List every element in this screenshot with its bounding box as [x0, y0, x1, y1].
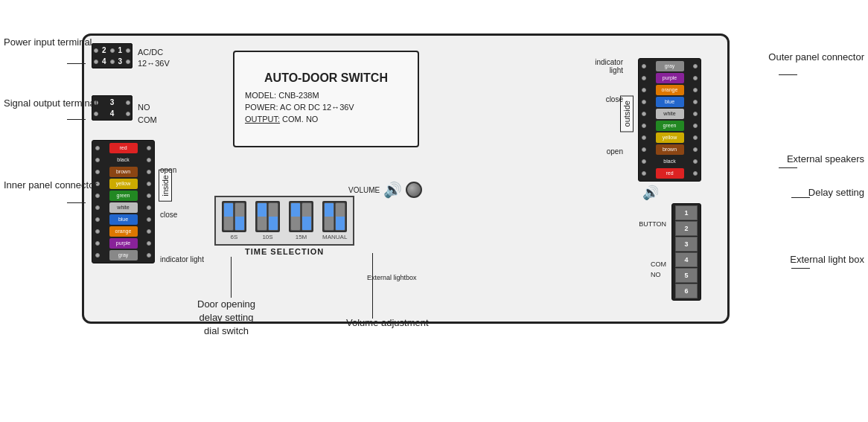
dip-label-10s: 10S	[262, 234, 272, 240]
diagram-container: 2 1 4 3 AC/DC 12↔36V 3	[0, 0, 868, 422]
annotation-delay-setting: Delay setting	[808, 186, 864, 199]
line-external-speakers	[779, 167, 797, 168]
button-label: BUTTON	[639, 220, 666, 228]
dip-switches-15m	[289, 201, 313, 232]
inner-color-row-green: green	[95, 191, 151, 201]
outer-panel-strip: gray purple orange blue white	[638, 58, 701, 182]
line-power	[67, 63, 86, 64]
ac-dc-label: AC/DC 12↔36V	[138, 47, 170, 70]
dip-sw-1[interactable]	[223, 202, 234, 231]
terminal-num-1: 1	[118, 46, 122, 54]
device-board: 2 1 4 3 AC/DC 12↔36V 3	[82, 33, 730, 324]
annotation-outer-text: Outer panel connector	[768, 51, 864, 64]
annotation-signal-output: Signal output terminal	[4, 97, 98, 110]
dip-sw-5[interactable]	[290, 202, 301, 231]
open-label-right: open	[607, 147, 623, 156]
signal-terminal-block: 3 4	[92, 95, 133, 121]
outer-chip-white: white	[656, 109, 684, 119]
line-delay-setting	[791, 197, 810, 198]
dip-thumb	[269, 217, 278, 230]
color-chip-green: green	[109, 191, 138, 201]
outer-color-row-orange: orange	[642, 85, 698, 95]
inner-color-row-orange: orange	[95, 226, 151, 237]
outer-color-row-brown: brown	[642, 144, 698, 155]
dip-label-15m: 15M	[296, 234, 307, 240]
right-speaker-icon: 🔊	[642, 185, 659, 201]
power-terminal-block: 2 1 4 3	[92, 43, 133, 68]
line-inner-panel	[67, 202, 86, 203]
indicator-label-right: indicatorlight	[595, 58, 623, 74]
dip-label-6s: 6S	[231, 234, 238, 240]
delay-num-1: 1	[675, 205, 698, 220]
time-selection-label: TIME SELECTION	[214, 247, 354, 256]
inner-color-row-blue: blue	[95, 214, 151, 225]
line-outer-panel	[779, 74, 797, 75]
color-chip-orange: orange	[109, 226, 138, 237]
com-label: COM	[651, 259, 666, 269]
dip-thumb	[302, 217, 311, 230]
inner-color-row-brown: brown	[95, 167, 151, 177]
outer-color-row-white: white	[642, 109, 698, 119]
dip-sw-2[interactable]	[234, 202, 245, 231]
color-chip-blue: blue	[109, 214, 138, 225]
center-output: OUTPUT: COM. NO	[245, 115, 407, 124]
dip-thumb	[291, 203, 300, 217]
external-lightbox-device-label: External lightbox	[367, 274, 417, 281]
terminal-num-2: 2	[102, 46, 106, 54]
annotation-inner-text: Inner panel connector	[4, 179, 98, 192]
delay-num-5: 5	[675, 268, 698, 283]
close-label-inner: close	[160, 211, 177, 219]
dip-group-manual: MANUAL	[322, 201, 347, 240]
dip-thumb	[235, 217, 244, 230]
outer-chip-red: red	[656, 168, 684, 179]
center-power: POWER: AC OR DC 12↔36V	[245, 103, 407, 112]
dip-sw-3[interactable]	[257, 202, 267, 231]
no-label: NO	[651, 269, 666, 280]
time-selection-area: 6S 10S	[214, 196, 354, 256]
color-chip-purple: purple	[109, 238, 138, 249]
annotation-power-input: Power input terminal	[4, 36, 92, 49]
speaker-icon: 🔊	[383, 181, 402, 199]
dip-sw-6[interactable]	[301, 202, 312, 231]
dip-switches-6s	[222, 201, 246, 232]
terminal-num-3: 3	[118, 57, 122, 65]
delay-num-6: 6	[675, 284, 698, 298]
volume-knob[interactable]	[406, 182, 422, 198]
dip-sw-8[interactable]	[335, 202, 345, 231]
dip-thumb	[336, 217, 345, 230]
outer-color-row-yellow: yellow	[642, 132, 698, 143]
center-model: MODEL: CNB-238M	[245, 91, 407, 100]
inner-color-row-red: red	[95, 143, 151, 153]
dip-thumb	[325, 203, 334, 217]
color-chip-black: black	[109, 155, 138, 165]
outer-color-row-purple: purple	[642, 73, 698, 83]
line-door-delay	[231, 257, 232, 298]
inside-label: inside	[159, 170, 172, 202]
dip-switches-manual	[322, 201, 347, 232]
outer-color-row-gray: gray	[642, 61, 698, 71]
dip-group-15m: 15M	[289, 201, 313, 240]
inner-color-row-gray: gray	[95, 250, 151, 260]
center-box: AUTO-DOOR SWITCH MODEL: CNB-238M POWER: …	[233, 51, 419, 147]
outer-chip-black: black	[656, 156, 684, 167]
outer-chip-brown: brown	[656, 144, 684, 155]
terminal-num-4: 4	[102, 57, 106, 65]
line-external-lightbox	[791, 268, 810, 269]
annotation-external-lightbox: External light box	[790, 253, 864, 266]
color-chip-red: red	[109, 143, 138, 153]
outer-color-row-black: black	[642, 156, 698, 167]
dip-thumb	[258, 203, 267, 217]
delay-num-3: 3	[675, 237, 698, 252]
dip-sw-4[interactable]	[268, 202, 278, 231]
inner-color-row-black: black	[95, 155, 151, 165]
com-text: COM	[138, 114, 157, 127]
outer-color-row-red: red	[642, 168, 698, 179]
dip-sw-7[interactable]	[324, 202, 334, 231]
outer-chip-gray: gray	[656, 61, 684, 71]
dip-switch-container: 6S 10S	[214, 196, 354, 246]
dip-group-10s: 10S	[255, 201, 280, 240]
volume-label: VOLUME	[348, 186, 380, 194]
outer-color-row-blue: blue	[642, 97, 698, 107]
volume-area: VOLUME 🔊	[348, 181, 422, 199]
delay-terminal: 1 2 3 4 5 6	[671, 203, 701, 301]
